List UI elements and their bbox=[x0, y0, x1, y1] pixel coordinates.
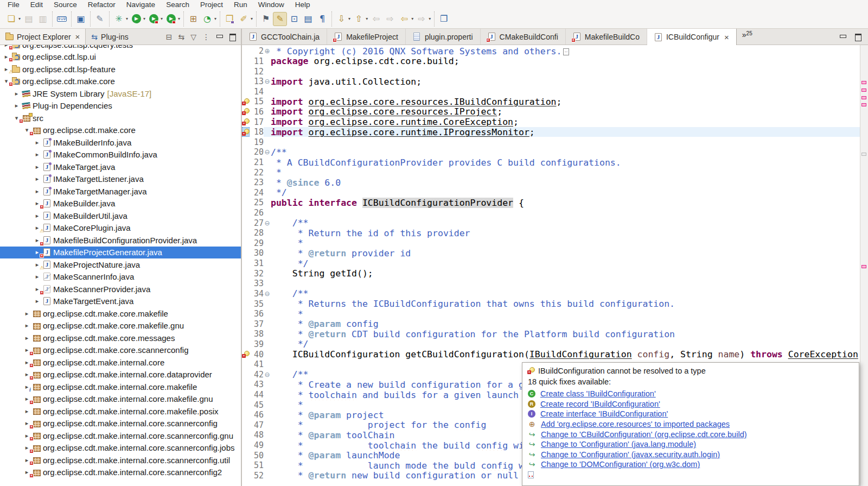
quickfix-link[interactable]: Change to 'Configuration' (javax.securit… bbox=[541, 450, 720, 459]
code-line[interactable]: 31 */ bbox=[242, 258, 860, 269]
quickfix-link[interactable]: Create interface 'IBuildConfiguration' bbox=[540, 409, 668, 418]
tree-item[interactable]: ▸MakeProjectNature.java bbox=[0, 258, 241, 271]
fold-collapse-icon[interactable]: ⊖ bbox=[264, 290, 271, 298]
minimize-icon[interactable] bbox=[216, 34, 223, 40]
pin-button[interactable]: ✎ bbox=[93, 12, 107, 26]
tree-item[interactable]: ▸Plug-in Dependencies bbox=[0, 100, 241, 112]
tree-item[interactable]: ▸MakefileProjectGenerator.java bbox=[0, 247, 241, 259]
tree-item[interactable]: ▸org.eclipse.cdt.make.internal.core.scan… bbox=[0, 442, 241, 455]
code-line[interactable]: 11package org.eclipse.cdt.core.build; bbox=[242, 56, 860, 67]
quickfix-item[interactable]: ICreate interface 'IBuildConfiguration' bbox=[528, 409, 853, 419]
view-menu-icon[interactable]: ⋮ bbox=[202, 33, 210, 41]
editor-tab-makefilebuildco[interactable]: MakefileBuildCo bbox=[566, 29, 647, 45]
chevron-down-icon[interactable]: ▾ bbox=[366, 16, 368, 21]
tree-item[interactable]: ▸IMakeTargetListener.java bbox=[0, 173, 241, 186]
collapse-all-icon[interactable]: ⊟ bbox=[166, 33, 173, 41]
code-line[interactable]: 25public interface ICBuildConfigurationP… bbox=[242, 198, 860, 208]
back-disabled-button[interactable]: ⇦ bbox=[369, 12, 383, 26]
code-line[interactable]: 22 * bbox=[242, 167, 860, 178]
tree-item[interactable]: ▸org.eclipse.cdt.make.internal.core.scan… bbox=[0, 418, 241, 430]
save-button[interactable]: ▤ bbox=[22, 12, 36, 26]
fold-collapse-icon[interactable]: ⊖ bbox=[264, 78, 271, 85]
error-mark[interactable] bbox=[861, 81, 866, 84]
show-source-button[interactable]: ▤ bbox=[301, 12, 315, 26]
overview-ruler[interactable] bbox=[860, 45, 868, 486]
chevron-down-icon[interactable]: ▾ bbox=[126, 16, 128, 21]
chevron-down-icon[interactable]: ▾ bbox=[411, 16, 413, 21]
code-line[interactable]: 23 * @since 6.0 bbox=[242, 178, 860, 188]
code-line[interactable]: 28 * Return the id of this provider bbox=[242, 228, 860, 238]
tree-item[interactable]: ▸org.eclipse.cdt.lsp.ui bbox=[0, 51, 241, 64]
search-button[interactable]: ✐ bbox=[237, 12, 251, 26]
close-icon[interactable]: × bbox=[724, 33, 729, 42]
tree-item[interactable]: ▸org.eclipse.cdt.make.core.makefile bbox=[0, 307, 241, 320]
tree-item[interactable]: ▸org.eclipse.cdt.make.core.messages bbox=[0, 332, 241, 344]
code-line[interactable]: 24 */ bbox=[242, 188, 860, 198]
tree-item[interactable]: ▸MakeCorePlugin.java bbox=[0, 222, 241, 235]
quickfix-item[interactable]: CCreate class 'IBuildConfiguration' bbox=[528, 389, 853, 399]
tree-item[interactable]: ▸org.eclipse.cdt.make.core.makefile.gnu bbox=[0, 320, 241, 332]
occurrence-mark[interactable] bbox=[861, 153, 866, 156]
tree-item[interactable]: ▸JRE System Library[JavaSE-17] bbox=[0, 87, 241, 100]
new-plugin-project-button[interactable]: ⊞ bbox=[186, 12, 200, 26]
quickfix-link[interactable]: Change to 'DOMConfiguration' (org.w3c.do… bbox=[541, 460, 700, 469]
tree-item[interactable]: ▾org.eclipse.cdt.make.core bbox=[0, 75, 241, 88]
update-button[interactable]: ◔ bbox=[200, 12, 214, 26]
expand-arrow-icon[interactable]: ▸ bbox=[23, 310, 31, 317]
project-explorer-tree[interactable]: ▸org.eclipse.cdt.lsp.cquery.tests▸org.ec… bbox=[0, 45, 241, 486]
menu-item-edit[interactable]: Edit bbox=[25, 1, 48, 9]
tree-item[interactable]: ▸org.eclipse.cdt.make.internal.core.scan… bbox=[0, 430, 241, 442]
quickfix-item[interactable]: RCreate record 'IBuildConfiguration' bbox=[528, 399, 853, 409]
code-line[interactable]: 19 bbox=[242, 137, 860, 147]
save-all-button[interactable]: ▥ bbox=[36, 12, 50, 26]
tree-item[interactable]: ▸MakeBuilder.java bbox=[0, 198, 241, 210]
editor-tab-icbuildconfigur[interactable]: ICBuildConfigur× bbox=[647, 29, 737, 45]
code-line[interactable]: 33 bbox=[242, 279, 860, 289]
error-mark[interactable] bbox=[861, 96, 866, 99]
fold-collapse-icon[interactable]: ⊖ bbox=[264, 371, 271, 378]
code-line[interactable]: 38 * @return CDT build configuration for… bbox=[242, 329, 860, 339]
tree-item[interactable]: ▸org.eclipse.cdt.make.internal.core bbox=[0, 356, 241, 369]
fold-collapse-icon[interactable]: ⊖ bbox=[264, 148, 271, 156]
quickfix-item[interactable]: ↪Change to 'Configuration' (java.lang.mo… bbox=[528, 439, 853, 450]
code-line[interactable]: 26 bbox=[242, 208, 860, 218]
pin-editor-button[interactable]: ❐ bbox=[437, 12, 451, 26]
code-line[interactable]: 16import org.eclipse.core.resources.IPro… bbox=[242, 107, 860, 117]
code-line[interactable]: 17import org.eclipse.core.runtime.CoreEx… bbox=[242, 117, 860, 127]
quickfix-error-marker[interactable] bbox=[242, 117, 250, 127]
annotations-button[interactable]: ⚑ bbox=[259, 12, 273, 26]
expand-arrow-icon[interactable]: ▸ bbox=[33, 298, 41, 305]
expand-arrow-icon[interactable]: ▸ bbox=[33, 273, 41, 280]
code-line[interactable]: 20⊖/** bbox=[242, 147, 860, 157]
open-binary-button[interactable]: 010 bbox=[55, 12, 69, 26]
tree-item[interactable]: ▸IMakeTarget.java bbox=[0, 161, 241, 173]
minimize-icon[interactable] bbox=[839, 34, 846, 40]
error-mark[interactable] bbox=[861, 103, 866, 106]
tree-item[interactable]: ▸IMakeBuilderInfo.java bbox=[0, 136, 241, 149]
error-mark[interactable] bbox=[861, 265, 866, 268]
next-annotation-button[interactable]: ⇩ bbox=[334, 12, 348, 26]
code-line[interactable]: 2⊕ * Copyright (c) 2016 QNX Software Sys… bbox=[242, 46, 860, 56]
code-line[interactable]: 34⊖ /** bbox=[242, 289, 860, 299]
editor-tab-gcctoolchain-ja[interactable]: GCCToolChain.ja bbox=[242, 29, 327, 45]
tab-overflow-button[interactable]: »25 bbox=[737, 29, 758, 45]
tree-item[interactable]: ▸org.eclipse.cdt.make.internal.core.scan… bbox=[0, 454, 241, 466]
code-line[interactable]: 14 bbox=[242, 86, 860, 97]
tree-item[interactable]: ▸IMakeTargetManager.java bbox=[0, 185, 241, 198]
menu-item-project[interactable]: Project bbox=[195, 1, 228, 9]
expand-arrow-icon[interactable]: ▸ bbox=[33, 139, 41, 146]
menu-item-navigate[interactable]: Navigate bbox=[121, 1, 161, 9]
editor-body[interactable]: 2⊕ * Copyright (c) 2016 QNX Software Sys… bbox=[242, 45, 868, 486]
tree-item[interactable]: ▸MakeBuilderUtil.java bbox=[0, 210, 241, 222]
tree-item[interactable]: ▸org.eclipse.cdt.make.internal.core.data… bbox=[0, 369, 241, 381]
menu-item-refactor[interactable]: Refactor bbox=[82, 1, 121, 9]
profile-button[interactable]: ▶ bbox=[164, 12, 178, 26]
menu-item-run[interactable]: Run bbox=[228, 1, 253, 9]
tree-item[interactable]: ▾org.eclipse.cdt.make.core bbox=[0, 124, 241, 137]
tree-item[interactable]: ▸MakeScannerInfo.java bbox=[0, 271, 241, 283]
close-icon[interactable]: × bbox=[75, 32, 80, 41]
code-line[interactable]: 18import org.eclipse.core.runtime.IProgr… bbox=[242, 127, 860, 137]
menu-item-file[interactable]: File bbox=[2, 1, 25, 9]
quickfix-error-marker[interactable] bbox=[242, 97, 250, 107]
tree-item[interactable]: ▸MakeScannerProvider.java bbox=[0, 283, 241, 295]
